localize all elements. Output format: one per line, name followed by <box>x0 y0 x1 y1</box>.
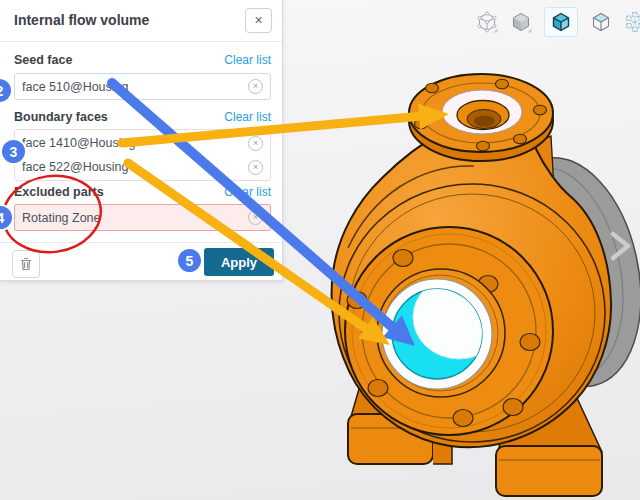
vertices-mode-icon[interactable] <box>624 11 640 33</box>
view-mode-toolbar <box>476 7 640 37</box>
list-item[interactable]: face 522@Housing × <box>22 155 263 179</box>
solid-cube-icon[interactable] <box>510 11 532 33</box>
transparent-cube-icon[interactable] <box>590 11 612 33</box>
seed-face-label: Seed face <box>14 53 72 67</box>
delete-button[interactable] <box>12 250 40 278</box>
dialog-header: Internal flow volume × <box>0 0 282 42</box>
seed-face-input[interactable]: face 510@Housing × <box>14 73 271 100</box>
apply-button[interactable]: Apply <box>204 248 274 276</box>
dialog-title: Internal flow volume <box>14 12 149 28</box>
front-flange[interactable] <box>345 227 553 435</box>
wireframe-cube-icon[interactable] <box>476 11 498 33</box>
excluded-parts-clear-list[interactable]: Clear list <box>224 185 271 199</box>
remove-icon[interactable]: × <box>248 79 263 94</box>
remove-icon[interactable]: × <box>248 210 263 225</box>
remove-icon[interactable]: × <box>248 136 263 151</box>
boundary-faces-label: Boundary faces <box>14 110 108 124</box>
close-icon[interactable]: × <box>245 8 272 33</box>
excluded-parts-label: Excluded parts <box>14 185 104 199</box>
dialog-footer: Apply <box>0 242 282 282</box>
step-badge-3: 3 <box>0 138 27 165</box>
outlet-flange[interactable] <box>409 74 553 161</box>
shaded-cube-icon-selected[interactable] <box>544 7 578 37</box>
boundary-face-item: face 1410@Housing <box>22 136 248 150</box>
excluded-part-row[interactable]: Rotating Zone × <box>14 204 271 231</box>
trash-icon <box>18 256 34 272</box>
seed-face-clear-list[interactable]: Clear list <box>224 53 271 67</box>
seed-face-item: face 510@Housing <box>22 80 248 94</box>
list-item[interactable]: face 1410@Housing × <box>22 131 263 155</box>
internal-flow-volume-dialog: Internal flow volume × Seed face Clear l… <box>0 0 283 281</box>
boundary-faces-list: face 1410@Housing × face 522@Housing × <box>14 129 271 181</box>
excluded-part-item: Rotating Zone <box>22 211 248 225</box>
remove-icon[interactable]: × <box>248 160 263 175</box>
boundary-faces-clear-list[interactable]: Clear list <box>224 110 271 124</box>
boundary-face-item: face 522@Housing <box>22 160 248 174</box>
step-badge-5: 5 <box>176 247 203 274</box>
